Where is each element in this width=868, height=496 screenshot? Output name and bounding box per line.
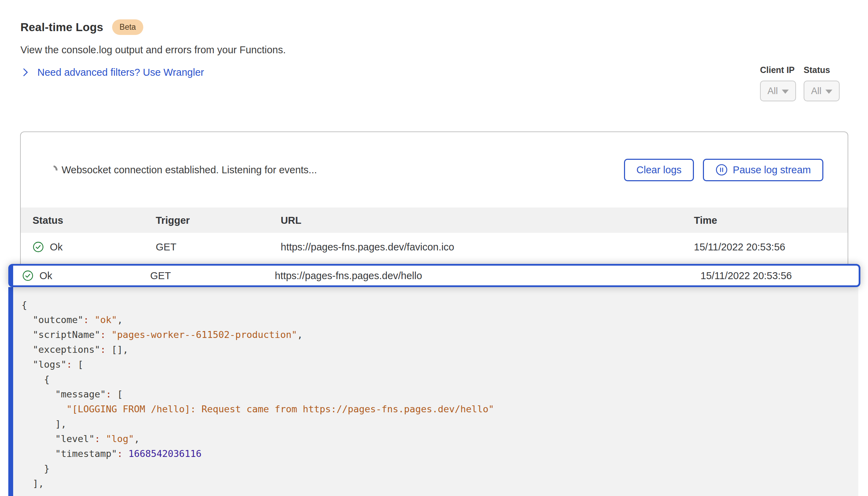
status-filter-label: Status	[804, 65, 840, 75]
check-circle-icon	[22, 270, 34, 281]
pause-log-stream-button[interactable]: Pause log stream	[703, 159, 823, 181]
realtime-logs-page: Real-time Logs Beta View the console.log…	[0, 0, 868, 496]
status-filter-value: All	[811, 86, 821, 97]
url-cell: https://pages-fns.pages.dev/hello	[275, 270, 422, 281]
clear-logs-button[interactable]: Clear logs	[624, 159, 694, 181]
spinner-icon	[47, 164, 59, 176]
stream-actions: Clear logs Pause log stream	[624, 159, 823, 181]
beta-badge: Beta	[112, 19, 143, 35]
log-filters: Client IP All Status All	[760, 65, 840, 101]
column-header-status: Status	[33, 214, 63, 226]
client-ip-filter: Client IP All	[760, 65, 796, 101]
status-filter: Status All	[804, 65, 840, 101]
client-ip-filter-dropdown[interactable]: All	[760, 81, 796, 101]
status-label: Ok	[50, 241, 63, 252]
table-row-selected[interactable]: Ok GET https://pages-fns.pages.dev/hello…	[8, 264, 860, 287]
time-cell: 15/11/2022 20:53:56	[694, 241, 785, 252]
pause-log-stream-label: Pause log stream	[733, 164, 811, 176]
status-label: Ok	[39, 270, 52, 281]
table-header: Status Trigger URL Time	[21, 208, 848, 233]
expanded-log-entry: Ok GET https://pages-fns.pages.dev/hello…	[8, 264, 860, 496]
client-ip-filter-value: All	[767, 86, 778, 97]
status-cell: Ok	[22, 270, 52, 281]
client-ip-filter-label: Client IP	[760, 65, 796, 75]
chevron-right-icon	[19, 66, 31, 78]
pause-circle-icon	[715, 164, 728, 176]
caret-down-icon	[782, 90, 789, 94]
column-header-url: URL	[281, 214, 301, 226]
status-cell: Ok	[33, 241, 63, 252]
advanced-filters-toggle[interactable]: Need advanced filters? Use Wrangler	[19, 66, 204, 78]
column-header-trigger: Trigger	[156, 214, 190, 226]
trigger-cell: GET	[150, 270, 171, 281]
page-header: Real-time Logs Beta	[20, 19, 143, 35]
json-code: { "outcome": "ok", "scriptName": "pages-…	[21, 297, 858, 491]
url-cell: https://pages-fns.pages.dev/favicon.ico	[281, 241, 454, 252]
websocket-status-text: Websocket connection established. Listen…	[62, 164, 624, 176]
time-cell: 15/11/2022 20:53:56	[700, 270, 792, 281]
page-title: Real-time Logs	[20, 21, 103, 34]
check-circle-icon	[33, 241, 44, 252]
wrangler-link[interactable]: Need advanced filters? Use Wrangler	[37, 67, 204, 78]
page-subtitle: View the console.log output and errors f…	[20, 44, 286, 56]
table-row[interactable]: Ok GET https://pages-fns.pages.dev/favic…	[21, 233, 848, 261]
logs-panel: Websocket connection established. Listen…	[20, 131, 848, 268]
log-detail-panel: { "outcome": "ok", "scriptName": "pages-…	[8, 287, 858, 496]
trigger-cell: GET	[156, 241, 177, 252]
stream-status-bar: Websocket connection established. Listen…	[21, 132, 848, 208]
clear-logs-label: Clear logs	[636, 164, 682, 176]
caret-down-icon	[825, 90, 832, 94]
status-filter-dropdown[interactable]: All	[804, 81, 840, 101]
column-header-time: Time	[694, 214, 717, 226]
